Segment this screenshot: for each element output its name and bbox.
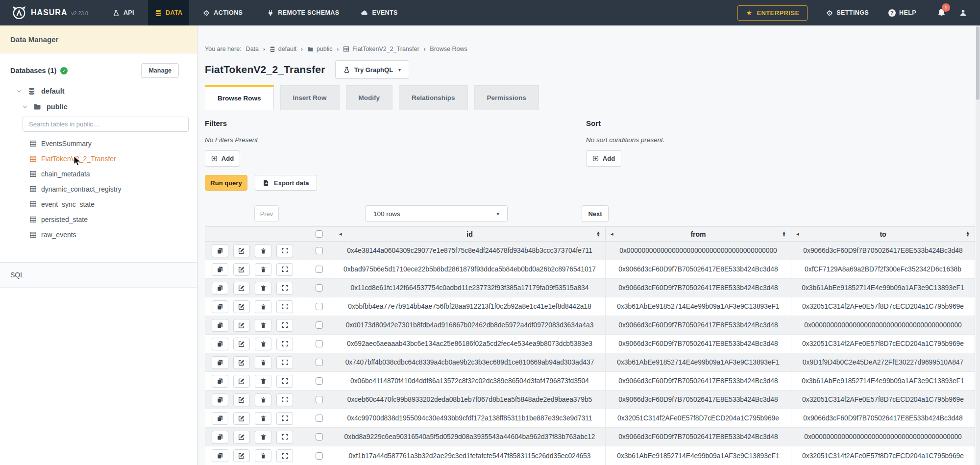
clone-row-button[interactable] <box>212 263 228 276</box>
cell-id[interactable]: 0xbad975b6e5d1710ece22b5b8bd2861879f93dd… <box>334 260 606 278</box>
cell-from[interactable]: 0x00000000000000000000000000000000000000… <box>606 242 791 260</box>
export-data-button[interactable]: Export data <box>255 175 317 191</box>
tab-permissions[interactable]: Permissions <box>474 85 539 110</box>
collapse-column-icon[interactable]: ◂ <box>339 231 342 237</box>
table-search-input[interactable] <box>23 117 189 132</box>
tab-relationships[interactable]: Relationships <box>399 85 468 110</box>
breadcrumb-browse-rows[interactable]: Browse Rows <box>430 46 467 52</box>
cell-to[interactable]: 0x3b61AbEe91852714E4e99b09a1AF3e9C13893e… <box>791 279 975 297</box>
cell-from[interactable]: 0x9066d3cF60D9f7B705026417E8E533b424Bc3d… <box>606 316 791 334</box>
row-checkbox[interactable] <box>316 266 323 273</box>
delete-row-button[interactable] <box>255 412 271 425</box>
edit-row-button[interactable] <box>233 431 250 443</box>
delete-row-button[interactable] <box>255 393 271 406</box>
sort-toggle-icon[interactable]: ▲▼ <box>966 231 970 237</box>
tab-insert-row[interactable]: Insert Row <box>280 85 340 110</box>
edit-row-button[interactable] <box>233 412 250 425</box>
row-checkbox[interactable] <box>316 396 323 403</box>
expand-row-button[interactable] <box>276 431 293 443</box>
clone-row-button[interactable] <box>212 282 228 294</box>
clone-row-button[interactable] <box>212 245 228 257</box>
edit-row-button[interactable] <box>233 245 250 257</box>
cell-from[interactable]: 0x3b61AbEe91852714E4e99b09a1AF3e9C13893e… <box>606 297 791 316</box>
clone-row-button[interactable] <box>212 393 228 406</box>
delete-row-button[interactable] <box>255 319 271 332</box>
column-header-to[interactable]: ◂ to ▲▼ <box>791 227 975 241</box>
sidebar-table-persisted-state[interactable]: persisted_state <box>0 212 197 227</box>
vertical-scrollbar[interactable] <box>976 25 980 465</box>
delete-row-button[interactable] <box>255 356 271 369</box>
expand-row-button[interactable] <box>276 245 293 257</box>
column-header-from[interactable]: ◂ from ▲▼ <box>606 227 791 241</box>
cell-id[interactable]: 0xf1b17a44d587761a3b32d2ae29c3ed1fefafcf… <box>334 446 606 465</box>
nav-item-api[interactable]: API <box>106 0 141 25</box>
nav-item-remote-schemas[interactable]: REMOTE SCHEMAS <box>260 0 346 25</box>
cell-to[interactable]: 0x3b61AbEe91852714E4e99b09a1AF3e9C13893e… <box>791 372 975 390</box>
notifications-button[interactable]: 1 <box>937 8 946 18</box>
row-checkbox[interactable] <box>316 377 323 385</box>
cell-to[interactable]: 0x9066d3cF60D9f7B705026417E8E533b424Bc3d… <box>791 409 975 427</box>
prev-page-button[interactable]: Prev <box>254 205 279 222</box>
edit-row-button[interactable] <box>233 375 250 388</box>
delete-row-button[interactable] <box>255 431 271 443</box>
nav-item-data[interactable]: DATA <box>148 0 189 25</box>
clone-row-button[interactable] <box>212 300 228 313</box>
cell-to[interactable]: 0x32051C314f2AFe0E57f8D7cECD204a1C795b96… <box>791 446 975 465</box>
sidebar-table-fiattokenv2-2-transfer[interactable]: FiatTokenV2_2_Transfer <box>0 151 197 166</box>
tree-node-database-default[interactable]: default <box>16 84 197 98</box>
column-header-id[interactable]: ◂ id ▲▼ <box>334 227 606 241</box>
expand-row-button[interactable] <box>276 449 293 462</box>
clone-row-button[interactable] <box>212 319 228 332</box>
cell-from[interactable]: 0x32051C314f2AFe0E57f8D7cECD204a1C795b96… <box>606 409 791 427</box>
rows-per-page-select[interactable]: 100 rows ▾ <box>365 205 508 222</box>
nav-item-events[interactable]: EVENTS <box>354 0 404 25</box>
cell-from[interactable]: 0x9066d3cF60D9f7B705026417E8E533b424Bc3d… <box>606 391 791 409</box>
row-checkbox[interactable] <box>316 415 323 422</box>
add-sort-button[interactable]: Add <box>586 150 621 167</box>
cell-id[interactable]: 0xbd8a9229c6ea90316540a5f5d0529d08a39355… <box>334 428 606 446</box>
row-checkbox[interactable] <box>316 303 323 310</box>
cell-to[interactable]: 0x32051C314f2AFe0E57f8D7cECD204a1C795b96… <box>791 297 975 316</box>
cell-id[interactable]: 0x692aec6aeaaab43bc6e134ac25e86186f02a5c… <box>334 335 606 353</box>
edit-row-button[interactable] <box>233 356 250 369</box>
breadcrumb-public[interactable]: public <box>307 46 333 52</box>
cell-to[interactable]: 0x00000000000000000000000000000000000000… <box>791 428 975 446</box>
try-graphql-button[interactable]: Try GraphQL ▾ <box>335 60 410 79</box>
tree-node-schema-public[interactable]: public <box>22 99 197 114</box>
row-checkbox[interactable] <box>316 247 323 254</box>
collapse-column-icon[interactable]: ◂ <box>796 231 799 237</box>
row-checkbox[interactable] <box>316 452 323 460</box>
sort-toggle-icon[interactable]: ▲▼ <box>596 231 600 237</box>
clone-row-button[interactable] <box>212 338 228 350</box>
delete-row-button[interactable] <box>255 449 271 462</box>
row-checkbox[interactable] <box>316 284 323 292</box>
sidebar-table-dynamic-contract-registry[interactable]: dynamic_contract_registry <box>0 181 197 196</box>
expand-row-button[interactable] <box>276 412 293 425</box>
select-all-checkbox[interactable] <box>316 230 323 238</box>
help-button[interactable]: ? HELP <box>888 9 916 17</box>
add-filter-button[interactable]: Add <box>205 150 240 167</box>
run-query-button[interactable]: Run query <box>205 175 247 191</box>
user-menu-button[interactable] <box>959 8 967 17</box>
cell-id[interactable]: 0x5bfbb4ea77e7b914bb4ae756fbf28aa912213f… <box>334 297 606 316</box>
row-checkbox[interactable] <box>316 433 323 441</box>
expand-row-button[interactable] <box>276 282 293 294</box>
edit-row-button[interactable] <box>233 338 250 350</box>
expand-row-button[interactable] <box>276 393 293 406</box>
cell-id[interactable]: 0x06be4114870f410d4ddf86a13572c8f32c02dc… <box>334 372 606 390</box>
cell-id[interactable]: 0x7407bff4b038cdbc64c8339a4cb0ae9b2c3b3e… <box>334 353 606 371</box>
cell-id[interactable]: 0x4e38144a0604309c29077e1e875f75c8e4df24… <box>334 242 606 260</box>
cell-from[interactable]: 0x9066d3cF60D9f7B705026417E8E533b424Bc3d… <box>606 335 791 353</box>
cell-to[interactable]: 0x9066d3cF60D9f7B705026417E8E533b424Bc3d… <box>791 242 975 260</box>
sidebar-section-sql[interactable]: SQL <box>0 262 197 288</box>
clone-row-button[interactable] <box>212 431 228 443</box>
edit-row-button[interactable] <box>233 300 250 313</box>
enterprise-button[interactable]: ★ ENTERPRISE <box>737 5 808 21</box>
edit-row-button[interactable] <box>233 263 250 276</box>
expand-row-button[interactable] <box>276 375 293 388</box>
edit-row-button[interactable] <box>233 393 250 406</box>
tab-modify[interactable]: Modify <box>346 85 393 110</box>
cell-id[interactable]: 0x4c99700d838d1955094c30e493bb9cfdf172a1… <box>334 409 606 427</box>
collapse-column-icon[interactable]: ◂ <box>611 231 613 237</box>
scrollbar-thumb[interactable] <box>976 26 980 100</box>
